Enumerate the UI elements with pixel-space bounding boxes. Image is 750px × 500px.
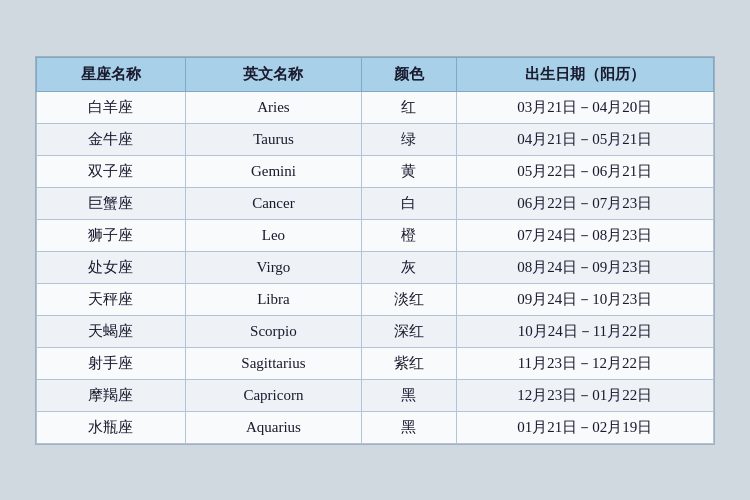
cell-dates: 12月23日－01月22日 <box>456 379 713 411</box>
cell-color: 红 <box>361 91 456 123</box>
cell-color: 淡红 <box>361 283 456 315</box>
cell-chinese: 狮子座 <box>37 219 186 251</box>
header-color: 颜色 <box>361 57 456 91</box>
cell-color: 黄 <box>361 155 456 187</box>
table-row: 射手座Sagittarius紫红11月23日－12月22日 <box>37 347 714 379</box>
cell-color: 紫红 <box>361 347 456 379</box>
cell-chinese: 天蝎座 <box>37 315 186 347</box>
cell-english: Taurus <box>185 123 361 155</box>
cell-chinese: 摩羯座 <box>37 379 186 411</box>
cell-color: 黑 <box>361 411 456 443</box>
cell-dates: 11月23日－12月22日 <box>456 347 713 379</box>
table-row: 狮子座Leo橙07月24日－08月23日 <box>37 219 714 251</box>
table-body: 白羊座Aries红03月21日－04月20日金牛座Taurus绿04月21日－0… <box>37 91 714 443</box>
cell-color: 深红 <box>361 315 456 347</box>
cell-dates: 05月22日－06月21日 <box>456 155 713 187</box>
table-row: 处女座Virgo灰08月24日－09月23日 <box>37 251 714 283</box>
cell-chinese: 金牛座 <box>37 123 186 155</box>
table-row: 白羊座Aries红03月21日－04月20日 <box>37 91 714 123</box>
header-date: 出生日期（阳历） <box>456 57 713 91</box>
cell-color: 灰 <box>361 251 456 283</box>
cell-english: Virgo <box>185 251 361 283</box>
cell-chinese: 双子座 <box>37 155 186 187</box>
table-row: 双子座Gemini黄05月22日－06月21日 <box>37 155 714 187</box>
cell-dates: 09月24日－10月23日 <box>456 283 713 315</box>
cell-dates: 04月21日－05月21日 <box>456 123 713 155</box>
header-english: 英文名称 <box>185 57 361 91</box>
header-chinese: 星座名称 <box>37 57 186 91</box>
table-header-row: 星座名称 英文名称 颜色 出生日期（阳历） <box>37 57 714 91</box>
cell-dates: 03月21日－04月20日 <box>456 91 713 123</box>
zodiac-table: 星座名称 英文名称 颜色 出生日期（阳历） 白羊座Aries红03月21日－04… <box>36 57 714 444</box>
table-row: 水瓶座Aquarius黑01月21日－02月19日 <box>37 411 714 443</box>
cell-english: Scorpio <box>185 315 361 347</box>
cell-chinese: 白羊座 <box>37 91 186 123</box>
table-row: 天秤座Libra淡红09月24日－10月23日 <box>37 283 714 315</box>
cell-dates: 06月22日－07月23日 <box>456 187 713 219</box>
cell-color: 绿 <box>361 123 456 155</box>
cell-english: Leo <box>185 219 361 251</box>
cell-color: 橙 <box>361 219 456 251</box>
cell-english: Cancer <box>185 187 361 219</box>
cell-dates: 10月24日－11月22日 <box>456 315 713 347</box>
cell-chinese: 天秤座 <box>37 283 186 315</box>
cell-color: 黑 <box>361 379 456 411</box>
cell-chinese: 处女座 <box>37 251 186 283</box>
cell-english: Aries <box>185 91 361 123</box>
cell-dates: 07月24日－08月23日 <box>456 219 713 251</box>
cell-chinese: 水瓶座 <box>37 411 186 443</box>
table-row: 巨蟹座Cancer白06月22日－07月23日 <box>37 187 714 219</box>
table-row: 天蝎座Scorpio深红10月24日－11月22日 <box>37 315 714 347</box>
table-row: 金牛座Taurus绿04月21日－05月21日 <box>37 123 714 155</box>
cell-english: Sagittarius <box>185 347 361 379</box>
cell-english: Gemini <box>185 155 361 187</box>
cell-dates: 08月24日－09月23日 <box>456 251 713 283</box>
cell-english: Aquarius <box>185 411 361 443</box>
cell-english: Capricorn <box>185 379 361 411</box>
table-row: 摩羯座Capricorn黑12月23日－01月22日 <box>37 379 714 411</box>
cell-chinese: 射手座 <box>37 347 186 379</box>
cell-dates: 01月21日－02月19日 <box>456 411 713 443</box>
zodiac-table-container: 星座名称 英文名称 颜色 出生日期（阳历） 白羊座Aries红03月21日－04… <box>35 56 715 445</box>
cell-english: Libra <box>185 283 361 315</box>
cell-chinese: 巨蟹座 <box>37 187 186 219</box>
cell-color: 白 <box>361 187 456 219</box>
